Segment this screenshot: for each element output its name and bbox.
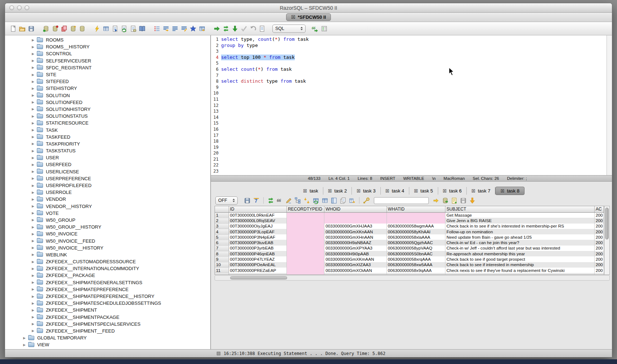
close-document-icon[interactable]: ☒ xyxy=(291,14,295,20)
disclosure-triangle-icon[interactable]: ▶ xyxy=(32,59,34,62)
tree-item-taskstatus[interactable]: ▶TASKSTATUS xyxy=(5,147,210,154)
editor-line[interactable]: 20 xyxy=(211,150,607,156)
table-row[interactable]: 600T3000000P3tuvEAB0033000000H9aNBAAZ006… xyxy=(215,240,604,245)
tree-item-rooms[interactable]: ▶ROOMS xyxy=(5,36,210,43)
table-cell[interactable]: 200 xyxy=(594,229,604,234)
disclosure-triangle-icon[interactable]: ▶ xyxy=(32,163,34,166)
table-cell-null[interactable] xyxy=(286,251,324,256)
tree-item-zkfedex-shipmatepreference-history[interactable]: ▶ZKFEDEX__SHIPMATEPREFERENCE__HISTORY xyxy=(5,293,210,300)
favorites-icon[interactable] xyxy=(189,24,198,33)
table-cell[interactable]: 0033000000GmXKmAAN xyxy=(324,256,387,262)
table-cell[interactable]: 200 xyxy=(594,246,604,251)
table-cell[interactable]: Check nexis to see if they've found a re… xyxy=(445,268,594,273)
table-cell[interactable]: 00T3000000POeAnEAL xyxy=(229,262,286,268)
column-header-whatid[interactable]: WHATID xyxy=(387,206,445,212)
results-horizontal-scrollbar[interactable] xyxy=(215,275,610,281)
close-tab-icon[interactable]: ☒ xyxy=(357,188,361,194)
tree-item-vote[interactable]: ▶VOTE xyxy=(5,210,210,217)
editor-line[interactable]: 18 xyxy=(211,138,607,144)
disclosure-triangle-icon[interactable]: ▶ xyxy=(32,295,34,298)
tree-item-w50-invoice[interactable]: ▶W50_INVOICE xyxy=(5,230,210,237)
table-cell[interactable]: 200 xyxy=(594,212,604,218)
editor-line[interactable]: 1select type, count(*) from task xyxy=(211,36,607,43)
tree-item-zkfedex-internationalcommodity[interactable]: ▶ZKFEDEX__INTERNATIONALCOMMODITY xyxy=(5,265,210,272)
tree-item-rooms-history[interactable]: ▶ROOMS__HISTORY xyxy=(5,43,210,50)
tree-item-zkfedex-shipmentspecialservices[interactable]: ▶ZKFEDEX__SHIPMENTSPECIALSERVICES xyxy=(5,321,210,328)
disclosure-triangle-icon[interactable]: ▶ xyxy=(32,198,34,201)
minimize-window-button[interactable] xyxy=(17,5,22,10)
fetch-more-icon[interactable] xyxy=(468,196,477,205)
edit-data-icon[interactable] xyxy=(284,196,293,205)
table-cell[interactable]: 200 xyxy=(594,240,604,245)
open-file-icon[interactable] xyxy=(18,24,27,33)
column-header-ac[interactable]: AC xyxy=(594,206,604,212)
table-cell[interactable]: 0033000000H9i0pAAB xyxy=(324,251,387,256)
editor-line[interactable]: 23 xyxy=(211,168,607,174)
table-cell[interactable]: 0033000000H9aNBAAZ xyxy=(324,240,387,245)
export-results-icon[interactable] xyxy=(111,24,120,33)
column-header-rownum[interactable] xyxy=(215,206,229,212)
highlight-mode-select[interactable]: OFF xyxy=(215,196,238,205)
results-filter-input[interactable] xyxy=(374,197,429,204)
table-cell[interactable]: Check back to see if good target prospec… xyxy=(445,256,594,262)
tree-item-zkfedex-shipment-feed[interactable]: ▶ZKFEDEX__SHIPMENT__FEED xyxy=(5,328,210,334)
editor-line[interactable]: 13 xyxy=(211,108,607,114)
paste-rows-icon[interactable] xyxy=(348,196,357,205)
editor-line[interactable]: 4select top 100 * from task xyxy=(211,55,607,61)
table-cell[interactable]: 00630000007A3bZAAS xyxy=(387,273,445,274)
table-cell[interactable]: 00T3000000PREZaEAP xyxy=(229,268,286,273)
table-cell[interactable]: 200 xyxy=(594,262,604,268)
table-row[interactable]: 100T3000000L0RknEAFGet Massage200 xyxy=(215,212,604,218)
table-cell[interactable]: 0033000000GmXIZAA3 xyxy=(324,262,387,268)
quote-history-icon[interactable]: 66 xyxy=(311,24,320,33)
refresh-data-icon[interactable] xyxy=(266,196,275,205)
close-tab-icon[interactable]: ☒ xyxy=(471,188,475,194)
table-cell[interactable]: Check back to see if interested in membe… xyxy=(445,262,594,268)
tree-item-zkfedex-shipmategeneralsettings[interactable]: ▶ZKFEDEX__SHIPMATEGENERALSETTINGS xyxy=(5,279,210,286)
table-cell[interactable]: Nominated by Shane Freeman at ANZ (HR50) xyxy=(445,273,594,274)
table-cell-null[interactable] xyxy=(324,212,387,218)
disclosure-triangle-icon[interactable]: ▶ xyxy=(32,239,34,243)
add-note-icon[interactable] xyxy=(450,196,459,205)
table-cell-null[interactable] xyxy=(387,218,445,223)
reload-icon[interactable] xyxy=(221,24,230,33)
column-header-whoid[interactable]: WHOID xyxy=(324,206,387,212)
tree-item-w50-group[interactable]: ▶W50_GROUP xyxy=(5,217,210,224)
disclosure-triangle-icon[interactable]: ▶ xyxy=(32,156,34,160)
insert-rows-icon[interactable] xyxy=(302,196,311,205)
disconnect-icon[interactable] xyxy=(51,24,60,33)
close-tab-icon[interactable]: ☒ xyxy=(443,188,447,194)
save-icon[interactable] xyxy=(27,24,36,33)
tree-item-w50-group-history[interactable]: ▶W50_GROUP__HISTORY xyxy=(5,224,210,230)
format-results-icon[interactable]: 7 xyxy=(252,196,261,205)
tree-item-vendor-history[interactable]: ▶VENDOR__HISTORY xyxy=(5,203,210,210)
table-cell-null[interactable] xyxy=(286,218,324,223)
tree-item-sfdc-registrant[interactable]: ▶SFDC_REGISTRANT xyxy=(5,64,210,71)
results-list-icon[interactable] xyxy=(152,24,161,33)
disclosure-triangle-icon[interactable]: ▶ xyxy=(32,302,34,305)
tree-item-zkfedex-shipmatescheduledjobssettings[interactable]: ▶ZKFEDEX__SHIPMATESCHEDULEDJOBSSETTINGS xyxy=(5,300,210,307)
table-cell[interactable]: 200 xyxy=(594,256,604,262)
query-document-icon[interactable] xyxy=(129,24,138,33)
table-cell-null[interactable] xyxy=(387,212,445,218)
table-cell-null[interactable] xyxy=(286,273,324,274)
quote-data-icon[interactable]: 66 xyxy=(275,196,284,205)
table-cell[interactable]: Check-in w/ Ed - can he join this year? xyxy=(445,240,594,245)
table-cell[interactable]: Get Massage xyxy=(445,212,594,218)
table-options-icon[interactable] xyxy=(102,24,111,33)
go-column-icon[interactable] xyxy=(432,196,441,205)
table-cell-null[interactable] xyxy=(324,218,387,223)
table-cell[interactable]: 0033000000JFhGlAAL xyxy=(324,273,387,274)
tree-item-taskfeed[interactable]: ▶TASKFEED xyxy=(5,134,210,140)
disclosure-triangle-icon[interactable]: ▶ xyxy=(32,142,34,146)
tree-item-userfeed[interactable]: ▶USERFEED xyxy=(5,161,210,168)
close-tab-icon[interactable]: ☒ xyxy=(414,188,418,194)
table-cell[interactable]: 006300000058xw5AAA xyxy=(387,262,445,268)
fetch-down-icon[interactable] xyxy=(230,24,240,33)
editor-line[interactable]: 10 xyxy=(211,90,607,96)
disclosure-triangle-icon[interactable]: ▶ xyxy=(32,87,34,90)
table-cell[interactable]: 006300000058yKhAAI xyxy=(387,229,445,234)
sql-editor[interactable]: 1select type, count(*) from task2group b… xyxy=(211,35,607,175)
tree-item-userprofilefeed[interactable]: ▶USERPROFILEFEED xyxy=(5,182,210,189)
disclosure-triangle-icon[interactable]: ▶ xyxy=(32,191,34,194)
